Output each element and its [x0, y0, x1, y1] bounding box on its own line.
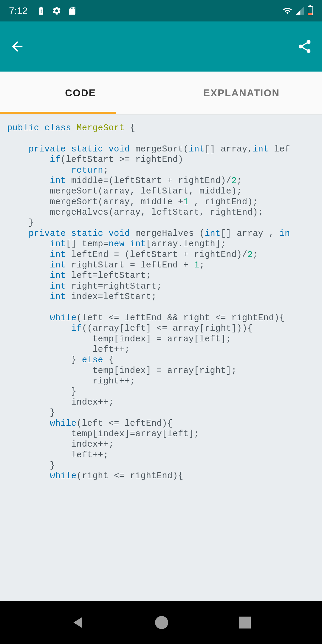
status-time: 7:12	[9, 5, 27, 16]
tab-explanation-label: EXPLANATION	[203, 87, 280, 99]
code-container[interactable]: public class MergeSort { private static …	[0, 114, 322, 601]
code-content: public class MergeSort { private static …	[7, 123, 315, 482]
nav-recent-icon[interactable]	[239, 617, 251, 628]
wifi-icon	[283, 6, 292, 16]
nav-home-icon[interactable]	[155, 616, 168, 629]
status-right	[283, 6, 313, 16]
status-left: 7:12	[9, 5, 77, 16]
tabs: CODE EXPLANATION	[0, 72, 322, 114]
tab-code[interactable]: CODE	[0, 72, 161, 114]
tab-code-label: CODE	[65, 87, 96, 99]
app-bar	[0, 21, 322, 72]
share-icon[interactable]	[297, 39, 312, 54]
status-bar: 7:12	[0, 0, 322, 21]
sd-card-icon	[67, 6, 77, 16]
tab-explanation[interactable]: EXPLANATION	[161, 72, 322, 114]
nav-bar	[0, 601, 322, 644]
gear-icon	[52, 6, 61, 16]
signal-icon	[295, 6, 305, 16]
back-arrow-icon[interactable]	[10, 39, 25, 54]
nav-back-icon[interactable]	[71, 616, 84, 629]
battery-alert-icon	[36, 6, 46, 16]
battery-icon	[308, 6, 313, 15]
